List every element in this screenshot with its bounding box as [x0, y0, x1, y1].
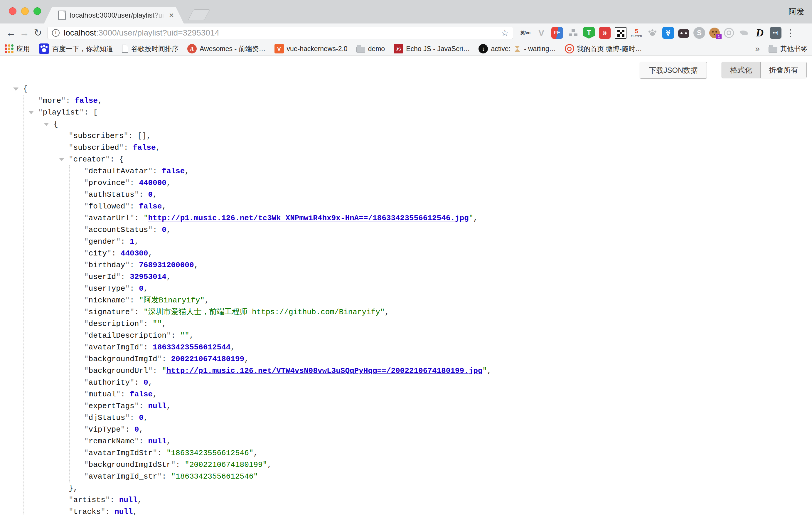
- bookmark-echojs[interactable]: JSEcho JS - JavaScri…: [394, 44, 470, 53]
- weibo-gray-icon[interactable]: [724, 28, 734, 38]
- json-line: "backgroundUrl": "http://p1.music.126.ne…: [0, 365, 812, 377]
- d-logo-icon[interactable]: D: [754, 27, 765, 39]
- json-line: "backgroundImgIdStr": "2002210674180199"…: [0, 459, 812, 471]
- profile-name[interactable]: 阿发: [788, 6, 804, 17]
- page-icon: [122, 45, 128, 53]
- html5-player-icon[interactable]: 5PLAYER: [631, 27, 642, 39]
- tab-strip: localhost:3000/user/playlist?ui × 阿发: [0, 0, 812, 24]
- collapse-all-button[interactable]: 折叠所有: [761, 62, 806, 78]
- collapse-triangle-icon[interactable]: [44, 123, 49, 126]
- folder-icon: [768, 47, 777, 53]
- json-line: "authority": 0,: [0, 377, 812, 389]
- bookmark-label: 谷歌按时间排序: [131, 44, 178, 53]
- json-line: "djStatus": 0,: [0, 412, 812, 424]
- json-line: "more": false,: [0, 95, 812, 107]
- tab-title: localhost:3000/user/playlist?ui: [70, 11, 166, 19]
- json-line: "nickname": "阿发Binaryify",: [0, 294, 812, 306]
- bookmark-items: 应用百度一下，你就知道谷歌按时间排序AAwesomes - 前端资…Vvue-h…: [5, 44, 642, 54]
- collapse-triangle-icon[interactable]: [28, 111, 34, 114]
- bookmark-google-sorted[interactable]: 谷歌按时间排序: [122, 44, 178, 53]
- qrcode-icon[interactable]: [615, 27, 627, 39]
- view-mode-segmented: 格式化 折叠所有: [722, 62, 807, 78]
- json-line: "defaultAvatar": false,: [0, 165, 812, 177]
- apps-grid-icon: [5, 44, 13, 53]
- collapse-triangle-icon[interactable]: [59, 158, 64, 161]
- extension-badge: 1: [716, 34, 722, 39]
- json-line: "gender": 1,: [0, 236, 812, 248]
- bookmark-label: - waiting…: [524, 45, 556, 53]
- json-line: "remarkName": null,: [0, 435, 812, 447]
- url-link[interactable]: http://p1.music.126.net/VTW4vsN08vwL3uSQ…: [167, 366, 483, 375]
- reload-button[interactable]: ↻: [31, 28, 45, 37]
- bookmark-awesomes[interactable]: AAwesomes - 前端资…: [187, 44, 266, 53]
- fehelper-icon[interactable]: FE: [551, 27, 563, 39]
- active-tab[interactable]: localhost:3000/user/playlist?ui ×: [44, 7, 184, 24]
- url-bar[interactable]: i localhost:3000/user/playlist?uid=32953…: [48, 27, 513, 39]
- forward-button[interactable]: →: [18, 28, 31, 37]
- bookmark-demo[interactable]: demo: [356, 45, 385, 53]
- tampermonkey-icon[interactable]: T: [583, 27, 595, 39]
- weibo-icon: [565, 44, 574, 53]
- window-zoom-button[interactable]: [33, 7, 41, 15]
- bookmark-apps[interactable]: 应用: [5, 44, 30, 53]
- vue-devtools-icon[interactable]: V: [535, 27, 547, 39]
- other-bookmarks-button[interactable]: 其他书签: [768, 44, 807, 53]
- bookmark-label: Awesomes - 前端资…: [200, 44, 266, 53]
- mask-icon[interactable]: [678, 29, 689, 38]
- awesomes-icon: A: [187, 44, 197, 53]
- video-speed-icon[interactable]: »: [599, 27, 611, 39]
- json-line: "avatarUrl": "http://p1.music.126.net/tc…: [0, 212, 812, 224]
- bookmark-label: Echo JS - JavaScri…: [406, 45, 470, 53]
- json-line: "mutual": false,: [0, 389, 812, 400]
- browser-window: localhost:3000/user/playlist?ui × 阿发 ← →…: [0, 0, 812, 515]
- json-line: "expertTags": null,: [0, 400, 812, 412]
- page-favicon-icon: [58, 10, 66, 20]
- bookmark-star-icon[interactable]: ☆: [501, 28, 509, 37]
- bookmark-label: vue-hackernews-2.0: [287, 45, 348, 53]
- vue-icon: V: [274, 44, 284, 53]
- s-circle-icon[interactable]: S: [693, 27, 705, 39]
- hourglass-icon: [515, 46, 520, 52]
- bookmark-label: 应用: [17, 44, 30, 53]
- collapse-triangle-icon[interactable]: [13, 87, 19, 91]
- new-tab-button[interactable]: [188, 9, 210, 20]
- bookmark-vue-hackernews[interactable]: Vvue-hackernews-2.0: [274, 44, 348, 53]
- json-line: "followed": false,: [0, 201, 812, 212]
- monkey-icon[interactable]: 1: [709, 28, 720, 38]
- tab-close-icon[interactable]: ×: [169, 11, 174, 19]
- indent-guide: [54, 130, 54, 515]
- bird-icon[interactable]: [738, 27, 750, 39]
- paw-icon[interactable]: [646, 27, 658, 39]
- json-actions: 下载JSON数据 格式化 折叠所有: [640, 62, 807, 79]
- url-link[interactable]: http://p1.music.126.net/tc3Wk_XNPmwiR4hx…: [148, 214, 468, 223]
- window-close-button[interactable]: [9, 7, 17, 15]
- json-line: "tracks": null,: [0, 506, 812, 515]
- url-host: localhost: [64, 28, 96, 37]
- bookmarks-overflow-icon[interactable]: »: [755, 44, 760, 53]
- chrome-menu-icon[interactable]: ⋮: [786, 27, 795, 38]
- bookmark-weibo[interactable]: 我的首页 微博-随时…: [565, 44, 642, 53]
- back-button[interactable]: ←: [4, 28, 18, 37]
- translate-icon[interactable]: 英/en: [520, 27, 531, 39]
- json-line: "subscribers": [],: [0, 130, 812, 142]
- toolbar: ← → ↻ i localhost:3000/user/playlist?uid…: [0, 24, 812, 42]
- json-line: "playlist": [: [0, 107, 812, 118]
- sitemap-icon[interactable]: [567, 27, 579, 39]
- window-minimize-button[interactable]: [21, 7, 29, 15]
- json-line: {: [0, 118, 812, 130]
- vimium-icon[interactable]: ≫: [662, 27, 674, 39]
- url-text: localhost:3000/user/playlist?uid=3295301…: [64, 28, 501, 37]
- password-dots-icon[interactable]: •••|: [770, 27, 781, 39]
- other-bookmarks-label: 其他书签: [780, 44, 807, 53]
- bookmark-active[interactable]: ↓active:- waiting…: [478, 44, 556, 53]
- json-line: "avatarImgIdStr": "18633423556612546",: [0, 447, 812, 459]
- bookmark-baidu[interactable]: 百度一下，你就知道: [39, 44, 113, 54]
- json-line: "avatarImgId_str": "18633423556612546": [0, 471, 812, 482]
- json-line: "signature": "深圳市爱猫人士，前端工程师 https://gith…: [0, 306, 812, 318]
- format-button[interactable]: 格式化: [722, 62, 761, 78]
- url-path: :3000/user/playlist?uid=32953014: [96, 28, 220, 37]
- json-line: "authStatus": 0,: [0, 189, 812, 201]
- page-info-icon[interactable]: i: [52, 29, 60, 37]
- baidu-icon: [39, 44, 49, 54]
- download-json-button[interactable]: 下载JSON数据: [640, 62, 707, 79]
